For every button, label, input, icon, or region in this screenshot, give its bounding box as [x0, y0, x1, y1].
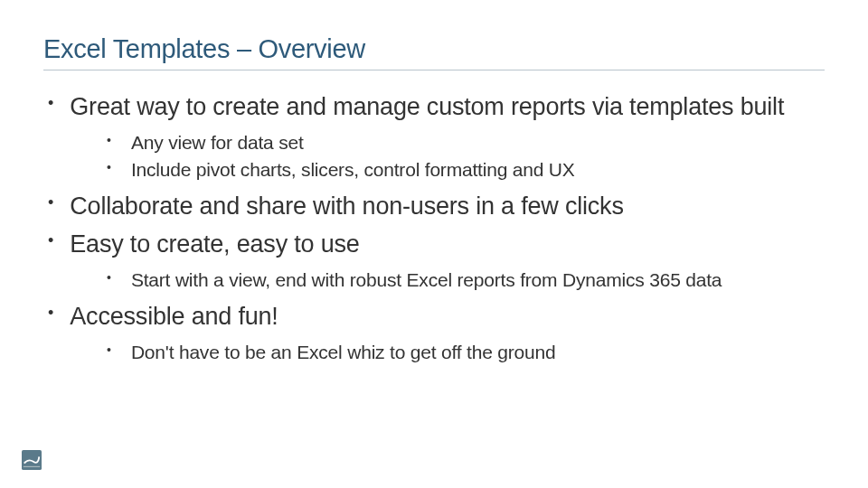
- bullet-text: Great way to create and manage custom re…: [70, 92, 784, 123]
- bullet-marker: •: [107, 267, 111, 287]
- bullet-level-1: • Easy to create, easy to use: [43, 230, 825, 260]
- bullet-level-1: • Accessible and fun!: [43, 302, 825, 333]
- bullet-sub-group: • Any view for data set • Include pivot …: [43, 130, 825, 183]
- bullet-level-2: • Don't have to be an Excel whiz to get …: [107, 340, 825, 365]
- bullet-text: Accessible and fun!: [70, 302, 278, 333]
- slide-title: Excel Templates – Overview: [43, 34, 825, 70]
- bullet-level-2: • Start with a view, end with robust Exc…: [107, 267, 825, 293]
- bullet-level-1: • Great way to create and manage custom …: [43, 92, 825, 123]
- bullet-level-2: • Any view for data set: [107, 130, 825, 155]
- bullet-sub-group: • Start with a view, end with robust Exc…: [43, 267, 825, 293]
- footer-logo-icon: [22, 450, 42, 470]
- bullet-text: Any view for data set: [131, 130, 304, 155]
- bullet-marker: •: [48, 192, 53, 214]
- bullet-text: Don't have to be an Excel whiz to get of…: [131, 340, 556, 365]
- bullet-text: Easy to create, easy to use: [70, 230, 359, 260]
- bullet-text: Include pivot charts, slicers, control f…: [131, 157, 575, 183]
- bullet-level-1: • Collaborate and share with non-users i…: [43, 192, 825, 222]
- bullet-text: Collaborate and share with non-users in …: [70, 192, 623, 222]
- slide-content: • Great way to create and manage custom …: [43, 76, 825, 365]
- bullet-level-2: • Include pivot charts, slicers, control…: [107, 157, 825, 183]
- bullet-sub-group: • Don't have to be an Excel whiz to get …: [43, 340, 825, 365]
- bullet-marker: •: [107, 340, 111, 360]
- bullet-marker: •: [48, 302, 53, 324]
- bullet-marker: •: [107, 157, 111, 177]
- bullet-marker: •: [48, 92, 53, 115]
- bullet-marker: •: [48, 230, 53, 252]
- slide-container: Excel Templates – Overview • Great way t…: [0, 0, 868, 365]
- bullet-text: Start with a view, end with robust Excel…: [131, 267, 722, 293]
- bullet-marker: •: [107, 130, 111, 150]
